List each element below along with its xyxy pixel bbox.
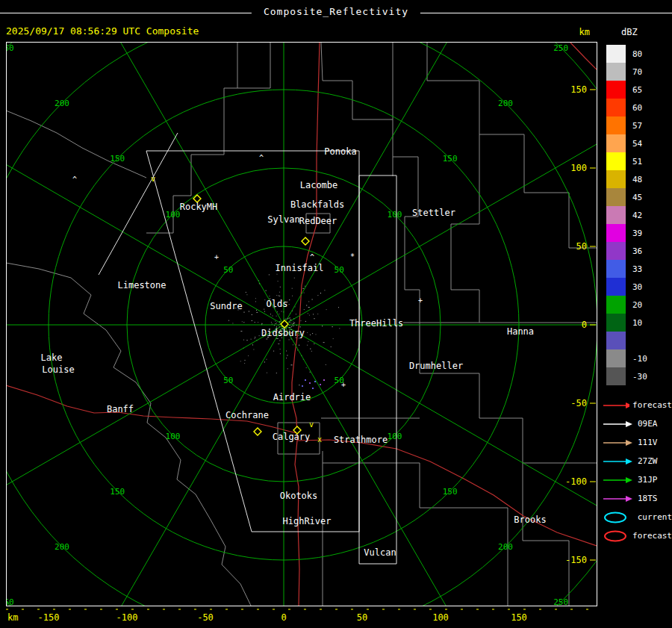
clutter-dot bbox=[293, 323, 295, 323]
colorbar-value-label: -10 bbox=[632, 354, 647, 364]
legend-arrow-icon bbox=[602, 400, 629, 411]
town-label: Lacombe bbox=[300, 180, 338, 190]
bottom-axis-tick-label: 100 bbox=[432, 612, 449, 623]
precip-echo bbox=[323, 379, 325, 381]
town-label: Drumheller bbox=[409, 361, 463, 371]
legend-ellipse-icon bbox=[602, 530, 629, 542]
colorbar-row: 51 bbox=[602, 152, 672, 170]
town-label: ThreeHills bbox=[349, 318, 403, 329]
town-label: Olds bbox=[267, 299, 288, 309]
colorbar-value-label: 60 bbox=[632, 103, 642, 113]
clutter-dot bbox=[308, 313, 308, 314]
clutter-dot bbox=[246, 294, 247, 295]
colorbar-value-label: 80 bbox=[632, 49, 642, 59]
legend-ellipse-icon bbox=[602, 512, 635, 523]
colorbar-value-label: 20 bbox=[632, 300, 642, 310]
range-label: 150 bbox=[110, 487, 125, 497]
clutter-dot bbox=[242, 321, 243, 322]
town-label: Ponoka bbox=[324, 146, 356, 157]
legend-label: 31JP bbox=[638, 475, 658, 485]
colorbar-swatch bbox=[606, 152, 626, 170]
town-label: Louise bbox=[42, 364, 74, 375]
colorbar-row: 57 bbox=[602, 116, 672, 134]
clutter-dot bbox=[292, 296, 293, 296]
clutter-dot bbox=[280, 287, 281, 287]
range-label: 200 bbox=[498, 542, 513, 552]
sidebar: dBZ 80706560575451484542393633302010-10-… bbox=[602, 27, 672, 545]
town-label: Airdrie bbox=[273, 392, 311, 402]
clutter-dot bbox=[289, 299, 290, 300]
colorbar: 80706560575451484542393633302010-10-30 bbox=[602, 45, 672, 385]
colorbar-row: -10 bbox=[602, 349, 672, 367]
vee-marker: v bbox=[309, 420, 314, 429]
clutter-dot bbox=[278, 281, 279, 282]
bottom-axis-tick-label: 0 bbox=[281, 612, 286, 623]
colorbar-swatch bbox=[606, 170, 626, 188]
town-label: Innisfail bbox=[275, 263, 323, 273]
right-axis-tick-label: 100 bbox=[570, 163, 587, 173]
right-axis-tick-label: -150 bbox=[565, 555, 587, 565]
clutter-dot bbox=[255, 301, 256, 302]
clutter-dot bbox=[294, 278, 295, 279]
clutter-dot bbox=[277, 338, 279, 339]
clutter-dot bbox=[293, 326, 294, 326]
clutter-dot bbox=[291, 323, 292, 323]
colorbar-row: 48 bbox=[602, 170, 672, 188]
clutter-dot bbox=[279, 296, 280, 296]
colorbar-value-label: 33 bbox=[632, 264, 642, 274]
range-label: 250 bbox=[553, 43, 568, 53]
clutter-dot bbox=[255, 298, 256, 299]
colorbar-swatch bbox=[606, 188, 626, 206]
clutter-dot bbox=[276, 316, 277, 317]
town-label: Sylvan bbox=[267, 214, 299, 225]
colorbar-swatch bbox=[606, 278, 626, 296]
clutter-dot bbox=[270, 314, 271, 314]
legend-item: forecast bbox=[602, 396, 672, 414]
clutter-dot bbox=[252, 344, 253, 345]
legend-item: 111V bbox=[602, 433, 672, 452]
clutter-dot bbox=[314, 343, 314, 344]
range-label: 100 bbox=[166, 210, 181, 220]
clutter-dot bbox=[306, 367, 307, 368]
colorbar-value-label: 42 bbox=[632, 211, 642, 220]
timestamp-label: 2025/09/17 08:56:29 UTC Composite bbox=[6, 25, 199, 37]
clutter-dot bbox=[288, 318, 289, 319]
clutter-dot bbox=[289, 304, 290, 305]
clutter-dot bbox=[276, 323, 276, 324]
town-label: Strathmore bbox=[334, 435, 388, 445]
clutter-dot bbox=[317, 295, 318, 296]
vee-marker: v bbox=[151, 175, 155, 183]
colorbar-value-label: 70 bbox=[632, 67, 642, 77]
plus-marker: + bbox=[418, 296, 423, 305]
colorbar-value-label: 30 bbox=[632, 282, 642, 292]
clutter-dot bbox=[304, 309, 305, 310]
plus-marker: + bbox=[214, 253, 219, 261]
clutter-dot bbox=[292, 326, 293, 326]
range-label: 50 bbox=[223, 265, 233, 275]
clutter-dot bbox=[256, 310, 257, 311]
clutter-dot bbox=[255, 337, 255, 338]
plus-marker: + bbox=[341, 381, 346, 389]
clutter-dot bbox=[310, 372, 311, 373]
town-label: Didsbury bbox=[261, 328, 305, 338]
colorbar-swatch bbox=[606, 314, 626, 332]
colorbar-row: 33 bbox=[602, 260, 672, 278]
clutter-dot bbox=[293, 322, 293, 323]
clutter-dot bbox=[249, 311, 249, 312]
clutter-dot bbox=[279, 292, 280, 293]
legend-label: 27ZW bbox=[638, 456, 658, 466]
clutter-dot bbox=[247, 340, 248, 341]
caret-marker: ^ bbox=[310, 253, 314, 261]
clutter-dot bbox=[243, 340, 244, 341]
town-label: Vulcan bbox=[364, 547, 396, 558]
right-axis-unit: km bbox=[579, 27, 590, 37]
colorbar-swatch bbox=[606, 260, 626, 278]
range-label: 200 bbox=[55, 542, 69, 552]
range-label: 150 bbox=[443, 487, 458, 497]
radar-display-window: 5010015020025050100150200250501001502002… bbox=[0, 0, 672, 628]
clutter-dot bbox=[320, 293, 321, 293]
clutter-dot bbox=[287, 355, 287, 355]
clutter-dot bbox=[246, 292, 246, 293]
right-axis-tick-label: -50 bbox=[570, 398, 587, 408]
town-label: Lake bbox=[41, 352, 63, 363]
